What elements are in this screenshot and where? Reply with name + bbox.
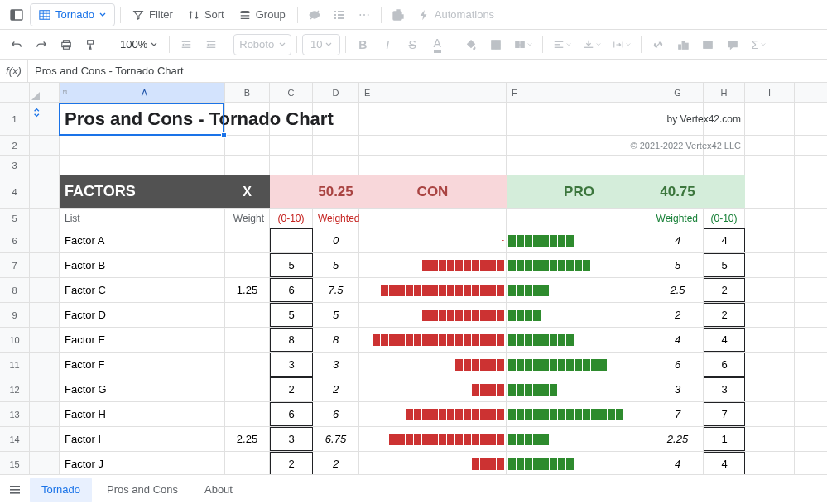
con-total[interactable]: 50.25 xyxy=(313,175,359,208)
pro-weighted[interactable]: 5 xyxy=(652,253,704,277)
filter-button[interactable]: Filter xyxy=(126,3,180,26)
expand-row-icon[interactable] xyxy=(32,107,44,118)
weight-x[interactable] xyxy=(225,452,270,474)
con-bar[interactable]: - xyxy=(359,228,507,252)
con-weighted[interactable]: 0 xyxy=(313,228,359,252)
col-header-C[interactable]: C xyxy=(270,83,313,102)
con-raw[interactable]: 5 xyxy=(270,303,313,327)
con-bar[interactable] xyxy=(359,253,507,277)
pro-bar[interactable] xyxy=(507,452,652,474)
factor-name[interactable]: Factor I xyxy=(60,427,225,451)
fill-handle[interactable] xyxy=(221,132,227,138)
row-number[interactable]: 7 xyxy=(0,253,30,277)
cell[interactable] xyxy=(704,156,745,175)
pro-raw[interactable]: 2 xyxy=(704,303,745,327)
weight-x[interactable] xyxy=(225,253,270,277)
weight-x[interactable] xyxy=(225,377,270,401)
factor-name[interactable]: Factor F xyxy=(60,353,225,377)
sidebar-toggle-icon[interactable] xyxy=(5,3,28,26)
row-number[interactable]: 1 xyxy=(0,103,30,135)
weight-x[interactable] xyxy=(225,402,270,426)
row-number[interactable]: 14 xyxy=(0,427,30,451)
pro-raw[interactable]: 1 xyxy=(704,427,745,451)
pro-bar[interactable] xyxy=(507,402,652,426)
row-number[interactable]: 5 xyxy=(0,209,30,228)
con-bar[interactable] xyxy=(359,427,507,451)
factor-name[interactable]: Factor D xyxy=(60,303,225,327)
cell[interactable] xyxy=(745,136,795,155)
row-expand-corner[interactable] xyxy=(30,83,60,102)
cell[interactable] xyxy=(60,156,225,175)
con-weighted[interactable]: 5 xyxy=(313,303,359,327)
pro-weighted[interactable]: 2.5 xyxy=(652,278,704,302)
con-bar[interactable] xyxy=(359,353,507,377)
cell[interactable] xyxy=(745,209,795,228)
pro-bar[interactable] xyxy=(507,377,652,401)
cell[interactable] xyxy=(745,427,795,451)
cell[interactable] xyxy=(507,209,652,228)
cell[interactable] xyxy=(507,156,652,175)
weight-subheader[interactable]: Weight xyxy=(225,209,270,228)
cell[interactable] xyxy=(745,175,795,208)
con-raw[interactable] xyxy=(270,228,313,252)
cell[interactable] xyxy=(652,156,704,175)
pro-bar[interactable] xyxy=(507,278,652,302)
con-bar[interactable] xyxy=(359,278,507,302)
cell[interactable] xyxy=(745,103,795,135)
con-raw[interactable]: 5 xyxy=(270,253,313,277)
format-painter-icon[interactable] xyxy=(79,33,103,56)
cell[interactable] xyxy=(270,175,313,208)
fx-content[interactable]: Pros and Cons - Tornado Chart xyxy=(28,65,184,77)
cell[interactable]: Pros and Cons - Tornado Chart xyxy=(60,103,225,135)
cell[interactable] xyxy=(507,103,652,135)
col-header-A[interactable]: ⌑A xyxy=(60,83,225,102)
cell[interactable] xyxy=(225,136,270,155)
pro-bar[interactable] xyxy=(507,328,652,352)
cell[interactable] xyxy=(313,156,359,175)
factor-name[interactable]: Factor A xyxy=(60,228,225,252)
con-raw[interactable]: 3 xyxy=(270,427,313,451)
con-bar[interactable] xyxy=(359,328,507,352)
con-raw[interactable]: 2 xyxy=(270,377,313,401)
con-weighted[interactable]: 6 xyxy=(313,402,359,426)
cell[interactable] xyxy=(359,156,507,175)
row-number[interactable]: 9 xyxy=(0,303,30,327)
cell[interactable] xyxy=(745,303,795,327)
row-number[interactable]: 6 xyxy=(0,228,30,252)
con-weighted[interactable]: 7.5 xyxy=(313,278,359,302)
pro-raw[interactable]: 4 xyxy=(704,228,745,252)
con-bar[interactable] xyxy=(359,452,507,474)
row-number[interactable]: 4 xyxy=(0,175,30,208)
col-header-D[interactable]: D xyxy=(313,83,359,102)
weight-x[interactable] xyxy=(225,328,270,352)
con-bar[interactable] xyxy=(359,303,507,327)
sort-button[interactable]: Sort xyxy=(181,3,231,26)
con-raw[interactable]: 2 xyxy=(270,452,313,474)
weight-x[interactable] xyxy=(225,303,270,327)
col-header-G[interactable]: G xyxy=(652,83,704,102)
cell[interactable] xyxy=(60,136,225,155)
undo-icon[interactable] xyxy=(5,33,28,56)
pro-weighted[interactable]: 2 xyxy=(652,303,704,327)
con-bar[interactable] xyxy=(359,402,507,426)
cell[interactable] xyxy=(359,103,507,135)
cell[interactable] xyxy=(745,328,795,352)
row-number[interactable]: 15 xyxy=(0,452,30,474)
pro-raw[interactable]: 7 xyxy=(704,402,745,426)
col-header-E[interactable]: E xyxy=(359,83,507,102)
range-pro-subheader[interactable]: (0-10) xyxy=(704,209,745,228)
cell[interactable] xyxy=(270,156,313,175)
pro-bar[interactable] xyxy=(507,253,652,277)
pro-total[interactable]: 40.75 xyxy=(652,175,704,208)
group-button[interactable]: Group xyxy=(233,3,292,26)
weight-x[interactable]: 2.25 xyxy=(225,427,270,451)
con-weighted[interactable]: 6.75 xyxy=(313,427,359,451)
table-tab[interactable]: Tornado xyxy=(30,3,115,26)
cell[interactable] xyxy=(745,452,795,474)
row-number[interactable]: 3 xyxy=(0,156,30,175)
sheet-tab-about[interactable]: About xyxy=(193,478,244,502)
con-raw[interactable]: 6 xyxy=(270,402,313,426)
cell[interactable] xyxy=(745,402,795,426)
pro-raw[interactable]: 4 xyxy=(704,452,745,474)
con-weighted[interactable]: 2 xyxy=(313,377,359,401)
